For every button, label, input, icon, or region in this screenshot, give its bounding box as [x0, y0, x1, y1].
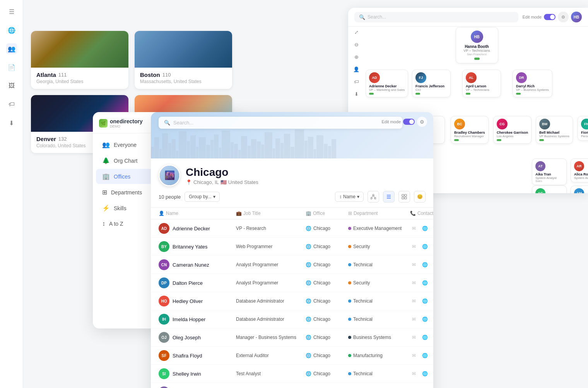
- web-icon-6[interactable]: 🌐: [421, 334, 429, 341]
- office-card-boston[interactable]: Boston 110 Massachusetts, United States: [135, 31, 232, 89]
- table-row[interactable]: ZG Zeph Griffin Accounting Assistant 🌐 C…: [151, 383, 433, 388]
- web-icon-8[interactable]: 🌐: [421, 370, 429, 378]
- phone-icon-7[interactable]: 📞: [432, 352, 433, 359]
- phone-icon-6[interactable]: 📞: [432, 334, 433, 341]
- dept-cell-8: Technical: [348, 371, 410, 376]
- org-settings-icon[interactable]: ⚙: [558, 12, 569, 22]
- globe-icon-2: 🌐: [306, 262, 311, 267]
- phone-icon-5[interactable]: 📞: [432, 315, 433, 323]
- list-view-button[interactable]: [383, 191, 395, 203]
- org-node-fiona[interactable]: FN Fiona Nash Personal Assistant: [578, 116, 588, 141]
- office-card-atlanta[interactable]: Atlanta 111 Georgia, United States: [31, 31, 128, 89]
- emoji-view-button[interactable]: 😊: [414, 191, 426, 203]
- org-node-darryl[interactable]: DR Darryl Rich VP – Business Systems: [513, 70, 552, 97]
- org-zoom-out-icon[interactable]: ⊖: [351, 39, 361, 49]
- sort-button[interactable]: ↕ Name ▾: [335, 192, 364, 202]
- org-node-bell[interactable]: BM Bell Michael VP Business Systems: [536, 116, 573, 144]
- org-node-francis[interactable]: FJ Francis Jefferson CIO: [412, 70, 451, 97]
- org-node-bradley[interactable]: BC Bradley Chambers Recruitment Manager: [451, 116, 489, 144]
- org-tag-icon[interactable]: 🏷: [351, 77, 361, 87]
- table-row[interactable]: SF Shafira Floyd External Auditor 🌐 Chic…: [151, 347, 433, 365]
- org-avatar[interactable]: HB: [571, 12, 582, 22]
- globe-icon-1: 🌐: [306, 244, 311, 249]
- dept-dot-3: [348, 281, 351, 284]
- emoji-icon: 😊: [417, 194, 423, 199]
- org-node-allegra[interactable]: AG Allegra Gentry Robotic: [532, 185, 567, 193]
- globe-icon[interactable]: 🌐: [6, 25, 17, 36]
- web-icon-5[interactable]: 🌐: [421, 315, 429, 323]
- org-person-icon[interactable]: 👤: [351, 64, 361, 74]
- org-node-aika[interactable]: AT Aika Tran System Analyst Sales: [532, 158, 567, 185]
- chicago-search-bar[interactable]: 🔍 Search...: [159, 117, 402, 129]
- darryl-name: Darryl Rich: [516, 84, 549, 88]
- email-icon-8[interactable]: ✉: [410, 370, 418, 378]
- table-row[interactable]: DP Dalton Pierce Analyst Programmer 🌐 Ch…: [151, 274, 433, 292]
- email-icon-6[interactable]: ✉: [410, 334, 418, 341]
- table-row[interactable]: OJ Oleg Joseph Manager - Business System…: [151, 328, 433, 347]
- org-download-icon-sm[interactable]: ⬇: [351, 89, 361, 99]
- chicago-table: 👤 Name 💼 Job Title 🏢 Office ⊞ Department…: [151, 208, 433, 388]
- office-cell-6: 🌐 Chicago: [306, 335, 348, 340]
- person-cell-5: IH Imelda Hopper: [159, 314, 236, 325]
- org-node-adrienne[interactable]: AD Adrienne Decker VP – Marketing and Sa…: [366, 70, 408, 97]
- bradley-name: Bradley Chambers: [454, 131, 485, 134]
- cherokee-title: Los Angeles: [497, 134, 528, 138]
- web-icon-7[interactable]: 🌐: [421, 352, 429, 359]
- org-node-april[interactable]: AL April Larson VP – Technicians: [462, 70, 501, 97]
- org-node-alica[interactable]: AR Alica Robinson System Analyst: [571, 158, 588, 182]
- svg-rect-11: [405, 197, 407, 199]
- phone-icon-4[interactable]: 📞: [432, 297, 433, 305]
- org-edit-toggle[interactable]: [544, 14, 556, 20]
- person-avatar-7: SF: [159, 350, 169, 361]
- email-icon-3[interactable]: ✉: [410, 279, 418, 287]
- image-icon[interactable]: 🖼: [6, 80, 17, 91]
- web-icon-0[interactable]: 🌐: [421, 225, 429, 232]
- download-icon[interactable]: ⬇: [6, 117, 17, 128]
- atoz-label: A to Z: [109, 221, 123, 227]
- org-node-hanna[interactable]: HB Hanna Booth VP – Technicians San Fran…: [456, 27, 498, 63]
- chicago-edit-toggle[interactable]: [403, 119, 415, 125]
- phone-icon-8[interactable]: 📞: [432, 370, 433, 378]
- web-icon-3[interactable]: 🌐: [421, 279, 429, 287]
- chicago-settings-icon[interactable]: ⚙: [417, 117, 427, 127]
- menu-icon[interactable]: ☰: [6, 6, 17, 17]
- od-logo-sub: DEMO: [110, 124, 143, 128]
- atlanta-image: [31, 31, 128, 68]
- phone-icon-3[interactable]: 📞: [432, 279, 433, 287]
- people-icon[interactable]: 👥: [6, 43, 17, 54]
- email-icon-1[interactable]: ✉: [410, 243, 418, 250]
- org-node-alyssa[interactable]: AM Alyssa McFarland System Analyst: [571, 185, 588, 193]
- org-expand-icon[interactable]: ⤢: [351, 27, 361, 37]
- phone-icon-1[interactable]: 📞: [432, 243, 433, 250]
- table-row[interactable]: SI Shelley Irwin Test Analyst 🌐 Chicago …: [151, 365, 433, 383]
- table-row[interactable]: HO Hedley Oliver Database Administrator …: [151, 292, 433, 310]
- person-cell-9: ZG Zeph Griffin: [159, 386, 236, 388]
- grid-view-button[interactable]: [398, 191, 410, 203]
- globe-icon-8: 🌐: [306, 371, 311, 376]
- email-icon-4[interactable]: ✉: [410, 297, 418, 305]
- document-icon[interactable]: 📄: [6, 62, 17, 73]
- chicago-search-icon: 🔍: [164, 120, 170, 126]
- table-row[interactable]: IH Imelda Hopper Database Administrator …: [151, 310, 433, 328]
- org-search-placeholder[interactable]: Search...: [368, 14, 386, 20]
- table-row[interactable]: CN Cameran Nunez Analyst Programmer 🌐 Ch…: [151, 256, 433, 274]
- web-icon-1[interactable]: 🌐: [421, 243, 429, 250]
- web-icon-4[interactable]: 🌐: [421, 297, 429, 305]
- group-by-chevron-icon: ▾: [213, 194, 215, 199]
- email-icon-7[interactable]: ✉: [410, 352, 418, 359]
- tag-icon[interactable]: 🏷: [6, 99, 17, 110]
- email-icon-0[interactable]: ✉: [410, 225, 418, 232]
- fiona-avatar: FN: [581, 119, 588, 129]
- phone-icon-0[interactable]: 📞: [432, 225, 433, 232]
- web-icon-2[interactable]: 🌐: [421, 261, 429, 269]
- group-by-button[interactable]: Group by... ▾: [185, 192, 219, 202]
- email-icon-5[interactable]: ✉: [410, 315, 418, 323]
- email-icon-2[interactable]: ✉: [410, 261, 418, 269]
- org-node-cherokee[interactable]: CG Cherokee Garrison Los Angeles: [493, 116, 532, 144]
- table-row[interactable]: AD Adrienne Decker VP - Research 🌐 Chica…: [151, 220, 433, 238]
- offices-icon: 🏢: [102, 173, 110, 180]
- org-zoom-in-icon[interactable]: ⊕: [351, 52, 361, 62]
- phone-icon-2[interactable]: 📞: [432, 261, 433, 269]
- table-row[interactable]: BY Britanney Yates Web Programmer 🌐 Chic…: [151, 238, 433, 256]
- connect-view-button[interactable]: [368, 191, 379, 203]
